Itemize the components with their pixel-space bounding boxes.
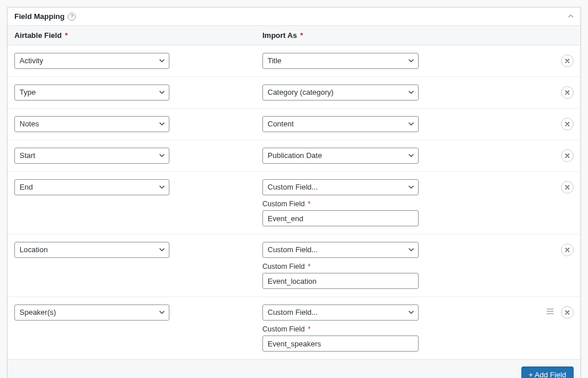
column-headers: Airtable Field * Import As * (7, 26, 581, 45)
import-as-select[interactable]: Custom Field... (262, 304, 419, 321)
import-as-select[interactable]: Category (category) (262, 84, 419, 101)
import-as-select[interactable]: Publication Date (262, 148, 419, 164)
mapping-row: TypeCategory (category) (7, 77, 581, 109)
custom-field-input[interactable] (262, 335, 419, 352)
airtable-field-header: Airtable Field (14, 31, 61, 40)
field-mapping-panel: Field Mapping ? Airtable Field * Import … (7, 7, 581, 378)
airtable-field-select[interactable]: Activity (14, 53, 169, 69)
airtable-field-select[interactable]: Speaker(s) (14, 304, 169, 321)
mapping-row: Speaker(s)Custom Field...Custom Field * (7, 297, 581, 359)
custom-field-label: Custom Field * (262, 325, 533, 333)
remove-row-button[interactable] (561, 55, 574, 67)
airtable-field-select[interactable]: Start (14, 148, 169, 164)
required-marker: * (298, 31, 303, 40)
mapping-row: StartPublication Date (7, 140, 581, 172)
panel-footer: + Add Field (7, 359, 581, 378)
mapping-row: ActivityTitle (7, 45, 581, 77)
remove-row-button[interactable] (561, 306, 574, 319)
panel-title: Field Mapping (14, 12, 64, 21)
collapse-toggle[interactable] (568, 13, 574, 19)
import-as-select[interactable]: Custom Field... (262, 179, 419, 195)
remove-row-button[interactable] (561, 118, 574, 130)
panel-header: Field Mapping ? (7, 7, 581, 26)
import-as-select[interactable]: Custom Field... (262, 242, 419, 258)
remove-row-button[interactable] (561, 244, 574, 256)
remove-row-button[interactable] (561, 149, 574, 162)
required-marker: * (63, 31, 68, 40)
mapping-rows: ActivityTitleTypeCategory (category)Note… (7, 45, 581, 359)
remove-row-button[interactable] (561, 86, 574, 99)
custom-field-label: Custom Field * (262, 200, 533, 208)
custom-field-label: Custom Field * (262, 263, 533, 271)
import-as-header: Import As (262, 31, 297, 40)
mapping-row: EndCustom Field...Custom Field * (7, 172, 581, 234)
mapping-row: NotesContent (7, 109, 581, 140)
airtable-field-select[interactable]: Type (14, 84, 169, 101)
import-as-select[interactable]: Title (262, 53, 419, 69)
import-as-select[interactable]: Content (262, 116, 419, 132)
add-field-button[interactable]: + Add Field (521, 367, 574, 378)
airtable-field-select[interactable]: Notes (14, 116, 169, 132)
remove-row-button[interactable] (561, 181, 574, 194)
drag-handle-icon[interactable] (546, 304, 554, 315)
custom-field-input[interactable] (262, 273, 419, 289)
airtable-field-select[interactable]: End (14, 179, 169, 195)
custom-field-input[interactable] (262, 210, 419, 226)
airtable-field-select[interactable]: Location (14, 242, 169, 258)
mapping-row: LocationCustom Field...Custom Field * (7, 234, 581, 297)
help-icon[interactable]: ? (68, 13, 76, 21)
